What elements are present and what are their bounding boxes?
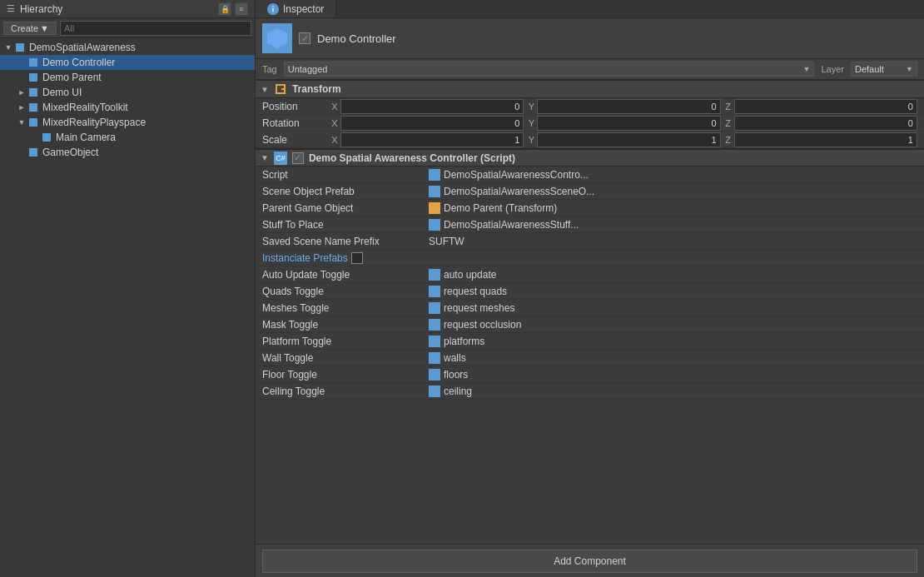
field-value-container-13: ceiling [429, 385, 917, 397]
rotation-z-label: Z [723, 118, 734, 128]
tree-item-mrt[interactable]: ►MixedRealityToolkit [0, 100, 255, 115]
add-component-button[interactable]: Add Component [262, 550, 917, 573]
rotation-z-field: Z [723, 116, 917, 131]
field-label-12: Floor Toggle [262, 369, 429, 381]
field-label-7: Quads Toggle [262, 286, 429, 297]
field-value-10: platforms [444, 336, 484, 347]
tree-item-demo-ui[interactable]: ►Demo UI [0, 85, 255, 100]
component-field-row-3: Stuff To Place DemoSpatialAwarenessStuff… [256, 216, 924, 233]
object-enabled-checkbox[interactable]: ✓ [299, 32, 310, 44]
asset-icon-12 [429, 369, 440, 381]
position-fields: X Y Z [329, 99, 917, 114]
transform-section-header: ▼ Transform [256, 80, 924, 98]
scale-x-input[interactable] [340, 132, 524, 147]
tree-item-gameobject[interactable]: GameObject [0, 145, 255, 160]
tree-item-main-camera[interactable]: Main Camera [0, 130, 255, 145]
field-value-4: SUFTW [429, 236, 464, 247]
scale-x-field: X [329, 132, 524, 147]
hierarchy-header-actions: 🔒 ≡ [218, 2, 248, 16]
rotation-x-label: X [329, 118, 340, 128]
field-value-8: request meshes [444, 302, 514, 314]
position-z-label: Z [723, 102, 734, 112]
search-input[interactable] [60, 21, 251, 36]
add-component-label: Add Component [554, 555, 626, 567]
field-checkbox-5[interactable] [351, 252, 363, 264]
rotation-label: Rotation [262, 117, 329, 129]
field-value-container-7: request quads [429, 286, 917, 297]
layer-dropdown[interactable]: Default ▼ [851, 62, 917, 77]
field-value-0: DemoSpatialAwarenessContro... [444, 169, 589, 181]
cube-icon [16, 43, 24, 52]
lock-btn[interactable]: 🔒 [218, 2, 231, 16]
transform-title: Transform [292, 83, 341, 95]
tree-expand-arrow[interactable]: ▼ [17, 118, 27, 127]
script-component-header: ▼ C# ✓ Demo Spatial Awareness Controller… [256, 148, 924, 167]
component-field-row-1: Scene Object Prefab DemoSpatialAwareness… [256, 183, 924, 200]
position-x-input[interactable] [340, 99, 524, 114]
rotation-y-input[interactable] [537, 116, 720, 131]
menu-btn[interactable]: ≡ [235, 2, 248, 16]
tree-item-icon [27, 56, 40, 69]
field-link-5[interactable]: Instanciate Prefabs [262, 252, 348, 264]
tree-item-icon [27, 86, 40, 99]
cube-icon [29, 58, 37, 67]
position-z-field: Z [723, 99, 917, 114]
tree-item-demo-parent[interactable]: Demo Parent [0, 70, 255, 85]
asset-icon-11 [429, 352, 440, 364]
cube-icon [42, 133, 51, 142]
tree-item-label: MixedRealityToolkit [42, 102, 128, 113]
tree-item-label: Demo Controller [42, 57, 115, 68]
scale-z-label: Z [723, 135, 734, 145]
field-value-container-9: request occlusion [429, 319, 917, 331]
scale-y-input[interactable] [537, 132, 720, 147]
component-field-row-12: Floor Toggle floors [256, 366, 924, 383]
scale-y-field: Y [525, 132, 720, 147]
field-value-13: ceiling [444, 385, 472, 397]
inspector-tabs: i Inspector [256, 0, 924, 18]
script-component-title: Demo Spatial Awareness Controller (Scrip… [309, 152, 515, 164]
tree-item-demo-controller[interactable]: Demo Controller [0, 55, 255, 70]
position-z-input[interactable] [734, 99, 917, 114]
tree-expand-arrow[interactable]: ▼ [3, 43, 13, 52]
tree-item-label: Main Camera [56, 132, 116, 143]
layer-label: Layer [821, 64, 844, 74]
rotation-fields: X Y Z [329, 116, 917, 131]
field-label-4: Saved Scene Name Prefix [262, 236, 429, 247]
script-enabled-checkbox[interactable]: ✓ [292, 152, 304, 164]
tree-item-root[interactable]: ▼DemoSpatialAwareness [0, 40, 255, 55]
cube-icon [29, 73, 37, 82]
rotation-z-input[interactable] [734, 116, 917, 131]
field-value-container-0: DemoSpatialAwarenessContro... [429, 169, 917, 181]
tree-expand-arrow[interactable]: ► [17, 88, 27, 97]
field-value-container-1: DemoSpatialAwarenessSceneO... [429, 186, 917, 197]
asset-icon-9 [429, 319, 440, 331]
script-expand-arrow[interactable]: ▼ [261, 153, 269, 162]
create-button[interactable]: Create ▼ [3, 22, 57, 35]
field-label-13: Ceiling Toggle [262, 385, 429, 397]
tree-item-mrp[interactable]: ▼MixedRealityPlayspace [0, 115, 255, 130]
object-header: ✓ Demo Controller [256, 18, 924, 59]
position-y-input[interactable] [537, 99, 720, 114]
transform-expand-arrow[interactable]: ▼ [261, 85, 269, 94]
rotation-y-label: Y [525, 118, 537, 128]
hierarchy-title: Hierarchy [20, 3, 62, 15]
cube-icon [29, 118, 37, 127]
tag-dropdown-arrow: ▼ [803, 65, 811, 73]
asset-icon-1 [429, 186, 440, 197]
inspector-tab[interactable]: i Inspector [256, 0, 336, 17]
position-y-label: Y [525, 102, 537, 112]
position-y-field: Y [525, 99, 720, 114]
inspector-tab-icon: i [267, 3, 279, 15]
tag-dropdown[interactable]: Untagged ▼ [284, 62, 815, 77]
field-label-11: Wall Toggle [262, 352, 429, 364]
transform-icon-container [274, 82, 287, 96]
hierarchy-icon: ☰ [7, 3, 15, 14]
rotation-x-input[interactable] [340, 116, 524, 131]
field-value-container-6: auto update [429, 269, 917, 281]
asset-icon-10 [429, 336, 440, 347]
scale-z-input[interactable] [734, 132, 917, 147]
component-fields: Script DemoSpatialAwarenessContro... Sce… [256, 167, 924, 400]
field-value-3: DemoSpatialAwarenessStuff... [444, 219, 579, 231]
transform-icon [275, 83, 286, 95]
tree-expand-arrow[interactable]: ► [17, 103, 27, 112]
